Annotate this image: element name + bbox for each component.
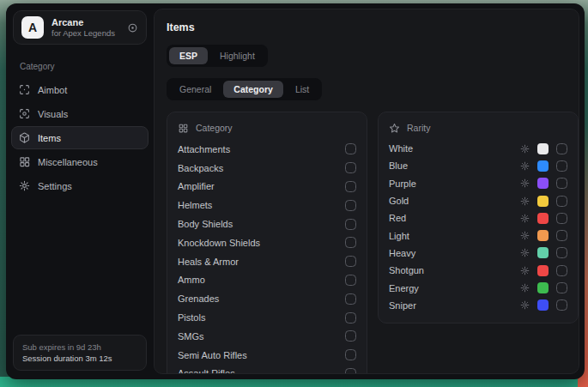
rarity-checkbox[interactable]	[556, 247, 567, 258]
category-panel: Category Attachments Backpacks Amplifier	[167, 112, 367, 374]
category-row: Assault Rifles	[178, 365, 356, 374]
rarity-checkbox[interactable]	[556, 160, 567, 172]
category-row-label: Ammo	[178, 275, 205, 285]
brand-logo: A	[21, 16, 44, 39]
category-row: Helmets	[178, 196, 356, 215]
category-row: SMGs	[178, 327, 356, 346]
sidebar-item[interactable]: Settings	[11, 174, 149, 197]
sidebar-item[interactable]: Visuals	[11, 102, 149, 125]
category-checkbox[interactable]	[345, 368, 356, 374]
rarity-checkbox[interactable]	[556, 178, 567, 189]
target-icon[interactable]	[127, 22, 138, 33]
rarity-row-label: Gold	[389, 196, 409, 206]
color-swatch[interactable]	[537, 230, 549, 241]
gear-icon[interactable]	[520, 161, 530, 171]
gear-icon[interactable]	[520, 248, 530, 257]
rarity-row-label: Shotgun	[389, 265, 424, 275]
mode-tabs: ESP Highlight	[167, 45, 268, 67]
category-checkbox[interactable]	[345, 219, 356, 230]
gear-icon[interactable]	[520, 300, 530, 310]
box-icon	[19, 132, 30, 143]
sidebar-item[interactable]: Aimbot	[11, 78, 149, 101]
view-tab[interactable]: General	[169, 81, 221, 98]
mode-tab[interactable]: ESP	[169, 47, 208, 64]
rarity-checkbox[interactable]	[556, 213, 567, 224]
color-swatch[interactable]	[537, 178, 549, 189]
category-checkbox[interactable]	[345, 256, 356, 267]
gear-icon[interactable]	[520, 197, 530, 206]
rarity-checkbox[interactable]	[556, 265, 567, 276]
category-row: Attachments	[178, 140, 356, 159]
rarity-row: Heavy	[389, 245, 567, 262]
crosshair-icon	[19, 84, 30, 95]
rarity-row: Blue	[389, 157, 567, 174]
color-swatch[interactable]	[537, 213, 549, 224]
gear-icon[interactable]	[520, 283, 530, 293]
category-row-label: Heals & Armor	[178, 257, 239, 267]
category-row: Semi Auto Rifles	[178, 346, 356, 365]
color-swatch[interactable]	[537, 282, 549, 293]
category-checkbox[interactable]	[345, 330, 356, 342]
gear-icon[interactable]	[520, 214, 530, 223]
category-checkbox[interactable]	[345, 237, 356, 248]
brand-name: Arcane	[52, 17, 119, 28]
rarity-row-label: Purple	[389, 178, 416, 189]
star-icon	[389, 123, 400, 134]
rarity-checkbox[interactable]	[556, 282, 567, 293]
sub-expiry-text: Sub expires in 9d 23h	[22, 342, 137, 353]
gear-icon[interactable]	[520, 231, 530, 240]
gear-icon[interactable]	[520, 178, 530, 188]
category-checkbox[interactable]	[345, 275, 356, 286]
category-row: Grenades	[178, 289, 356, 308]
rarity-row: Purple	[389, 175, 567, 192]
rarity-row-label: Blue	[389, 160, 408, 171]
category-checkbox[interactable]	[345, 312, 356, 324]
sidebar-nav: Aimbot Visuals Items Miscellaneous	[11, 78, 149, 197]
category-row: Knockdown Shields	[178, 233, 356, 252]
rarity-checkbox[interactable]	[556, 143, 567, 154]
rarity-panel: Rarity White	[378, 112, 579, 324]
rarity-row: Sniper	[389, 297, 567, 314]
settings-columns: Category Attachments Backpacks Amplifier	[167, 112, 567, 374]
sidebar-item-label: Visuals	[38, 109, 68, 119]
sidebar-item[interactable]: Miscellaneous	[11, 150, 149, 173]
rarity-checkbox[interactable]	[556, 196, 567, 207]
rarity-row: White	[389, 140, 567, 157]
mode-tab[interactable]: Highlight	[209, 47, 265, 64]
view-tab[interactable]: List	[285, 81, 319, 98]
rarity-row-label: Sniper	[389, 300, 416, 311]
gear-icon[interactable]	[520, 266, 530, 275]
sidebar-item-label: Aimbot	[38, 85, 67, 95]
brand-text: Arcane for Apex Legends	[52, 17, 119, 39]
rarity-checkbox[interactable]	[556, 299, 567, 311]
sidebar-item-label: Settings	[38, 181, 72, 191]
category-checkbox[interactable]	[345, 349, 356, 360]
category-checkbox[interactable]	[345, 293, 356, 305]
color-swatch[interactable]	[537, 265, 549, 276]
color-swatch[interactable]	[537, 143, 549, 154]
page-title: Items	[167, 21, 567, 33]
category-row-label: Pistols	[178, 312, 205, 323]
category-checkbox[interactable]	[345, 162, 356, 173]
main-panel: Items ESP Highlight General Category Lis…	[154, 9, 579, 374]
color-swatch[interactable]	[537, 299, 549, 311]
gear-icon[interactable]	[520, 144, 530, 154]
view-tab[interactable]: Category	[223, 81, 283, 98]
app-window: A Arcane for Apex Legends Category Aimbo…	[6, 3, 585, 379]
sidebar-item[interactable]: Items	[11, 126, 149, 149]
category-checkbox[interactable]	[345, 200, 356, 211]
category-checkbox[interactable]	[345, 143, 356, 154]
sidebar-item-label: Miscellaneous	[38, 157, 98, 167]
category-row-label: Assault Rifles	[178, 368, 235, 374]
category-row: Amplifier	[178, 178, 356, 197]
category-checkbox[interactable]	[345, 181, 356, 192]
category-row-label: Attachments	[178, 144, 230, 154]
rarity-row: Gold	[389, 192, 567, 209]
color-swatch[interactable]	[537, 160, 549, 172]
color-swatch[interactable]	[537, 247, 549, 258]
category-row-label: Helmets	[178, 200, 212, 210]
misc-grid-icon	[19, 156, 30, 167]
category-row: Body Shields	[178, 215, 356, 233]
rarity-checkbox[interactable]	[556, 230, 567, 241]
color-swatch[interactable]	[537, 196, 549, 207]
